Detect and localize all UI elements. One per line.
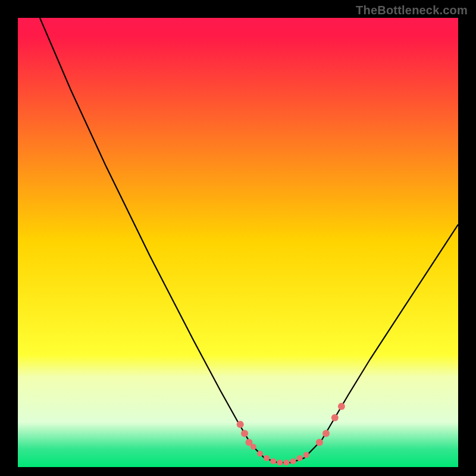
curve-marker — [316, 439, 323, 446]
curve-marker — [270, 458, 276, 464]
curve-marker — [303, 452, 309, 458]
curve-marker — [290, 458, 296, 464]
plot-area — [18, 18, 458, 467]
curve-marker — [264, 455, 270, 461]
curve-marker — [277, 460, 283, 466]
curve-marker — [283, 460, 289, 466]
chart-container: TheBottleneck.com — [0, 0, 476, 476]
curve-marker — [322, 430, 330, 437]
curve-marker — [237, 421, 244, 428]
curve-marker — [257, 450, 263, 456]
curve-marker — [297, 455, 303, 461]
curve-marker — [331, 414, 339, 421]
curve-marker — [338, 403, 345, 410]
bottleneck-chart — [0, 0, 476, 476]
curve-marker — [241, 430, 248, 437]
curve-marker — [250, 444, 256, 450]
watermark: TheBottleneck.com — [356, 4, 468, 17]
